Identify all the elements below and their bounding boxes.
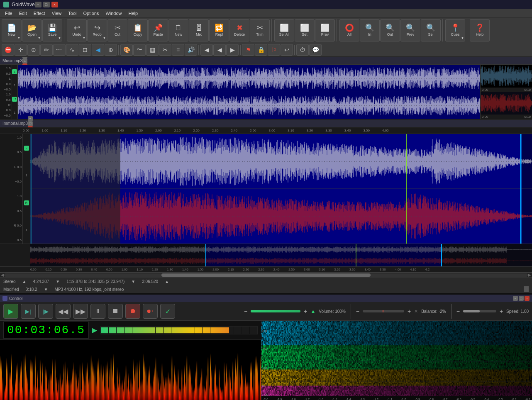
maximize-button[interactable]: □	[43, 2, 50, 7]
control-close-button[interactable]: ×	[525, 296, 530, 301]
menu-tool[interactable]: Tool	[65, 10, 80, 17]
select-tool-button[interactable]: ⊡	[79, 44, 91, 56]
menu-effect[interactable]: Effect	[30, 10, 49, 17]
help-button[interactable]: ❓ Help	[470, 19, 490, 41]
record-button[interactable]: ⏺	[125, 304, 140, 319]
spectrogram-button[interactable]: ▦	[146, 44, 159, 56]
fade-tool-button[interactable]: ◀	[92, 44, 104, 56]
flag-button[interactable]: ⚐	[268, 44, 280, 56]
mix-button[interactable]: 🎛 Mix	[189, 19, 209, 41]
confirm-button[interactable]: ✓	[160, 304, 175, 319]
smooth-tool-button[interactable]: 〰	[53, 44, 66, 56]
menu-window[interactable]: Window	[102, 10, 125, 17]
balance-track[interactable]	[363, 310, 404, 312]
bal-plus[interactable]: +	[408, 308, 411, 315]
vertical-scrollbar[interactable]	[524, 286, 529, 292]
undo-button[interactable]: ↩ Undo ▼	[67, 19, 87, 41]
save-button[interactable]: 💾 Save ▼	[42, 19, 62, 41]
paste-button[interactable]: 📌 Paste	[148, 19, 168, 41]
cut-freq-button[interactable]: ✂	[159, 44, 171, 56]
pencil-tool-button[interactable]: ✏	[40, 44, 53, 56]
open-button[interactable]: 📂 Open ▼	[22, 19, 42, 41]
menu-edit[interactable]: Edit	[16, 10, 30, 17]
overview-label-area	[0, 244, 30, 266]
wave-tool-button[interactable]: ∿	[66, 44, 78, 56]
control-minimize-button[interactable]: −	[513, 296, 518, 301]
control-maximize-button[interactable]: □	[519, 296, 524, 301]
menu-options[interactable]: Options	[80, 10, 102, 17]
undo2-button[interactable]: ↩	[281, 44, 293, 56]
music-waveform-canvas[interactable]	[18, 65, 480, 119]
zoom-all-button[interactable]: ⭕ All	[339, 19, 359, 41]
immortal-scrollbar[interactable]: ◀ ▶	[0, 272, 532, 277]
move-tool-button[interactable]: ✛	[15, 44, 27, 56]
speed-fill	[463, 310, 480, 312]
set-button[interactable]: ⬜ Set	[295, 19, 315, 41]
spd-minus[interactable]: −	[456, 308, 460, 315]
record-new-button[interactable]: ⏺+	[143, 304, 158, 319]
waveform-view-button[interactable]: 〜	[133, 44, 146, 56]
scroll-track[interactable]	[4, 273, 528, 277]
replace-button[interactable]: 🔁 Repl	[209, 19, 229, 41]
new-button[interactable]: 📄 New ▼	[2, 19, 22, 41]
menu-help[interactable]: Help	[125, 10, 142, 17]
copy-button[interactable]: 📋 Copy	[128, 19, 148, 41]
cues-button[interactable]: 📍 Cues ▼	[445, 19, 465, 41]
delete-button[interactable]: ✖ Delete	[229, 19, 249, 41]
left-channel-button[interactable]: L	[12, 69, 17, 74]
half-button[interactable]: ◀	[213, 44, 226, 56]
immortal-minimize-button[interactable]: −	[28, 116, 33, 121]
stop-effect-button[interactable]: ⛔	[2, 44, 14, 56]
play-from-start-button[interactable]: |▶	[38, 304, 53, 319]
lock-button[interactable]: 🔒	[255, 44, 267, 56]
zoom-prev-button[interactable]: 🔍 Prev	[400, 19, 420, 41]
immortal-maximize-button[interactable]: □	[28, 121, 33, 126]
music-maximize-button[interactable]: □	[22, 59, 27, 63]
minimize-button[interactable]: −	[35, 2, 41, 7]
scroll-thumb[interactable]	[161, 273, 371, 277]
cut-button[interactable]: ✂ Cut	[107, 19, 127, 41]
menu-file[interactable]: File	[2, 10, 16, 17]
eq-button[interactable]: ≡	[172, 44, 184, 56]
fast-forward-button[interactable]: ▶▶	[73, 304, 88, 319]
zoom-view-button[interactable]: ⊕	[105, 44, 117, 56]
scroll-right-button[interactable]: ▶	[528, 273, 531, 277]
pointer-tool-button[interactable]: ⊙	[27, 44, 40, 56]
bal-minus[interactable]: −	[356, 308, 359, 315]
new2-button[interactable]: 🗒 New	[168, 19, 188, 41]
speed-track[interactable]	[463, 310, 496, 312]
comment-button[interactable]: 💬	[309, 44, 322, 56]
pause-button[interactable]: ⏸	[90, 304, 105, 319]
prev-button[interactable]: ⬜ Prev	[315, 19, 335, 41]
stop-button[interactable]: ⏹	[108, 304, 123, 319]
right-channel-button[interactable]: R	[12, 97, 17, 102]
close-button[interactable]: ×	[51, 2, 58, 7]
sel-all-button[interactable]: ⬜ Sel All	[274, 19, 294, 41]
timer-button[interactable]: ⏱	[296, 44, 309, 56]
vol-handle[interactable]: ▲	[310, 308, 315, 314]
immortal-waveform-canvas[interactable]	[30, 134, 532, 244]
play-to-end-button[interactable]: ▶|	[21, 304, 36, 319]
spd-plus[interactable]: +	[500, 308, 503, 315]
play-button[interactable]: ▶	[3, 304, 18, 319]
zoom-out-button[interactable]: 🔍 Out	[380, 19, 400, 41]
immortal-left-channel-button[interactable]: L	[24, 146, 29, 151]
double-button[interactable]: ▶	[226, 44, 239, 56]
colorize-button[interactable]: 🎨	[120, 44, 133, 56]
vol-minus[interactable]: −	[244, 308, 247, 315]
rewind-button[interactable]: ◀◀	[56, 304, 71, 319]
volume-track[interactable]	[251, 310, 300, 312]
menu-view[interactable]: View	[49, 10, 65, 17]
mute-button[interactable]: ◀	[200, 44, 213, 56]
scroll-left-button[interactable]: ◀	[1, 273, 4, 277]
immortal-right-channel-button[interactable]: R	[24, 200, 29, 205]
overview-canvas[interactable]	[30, 244, 532, 266]
redo-button[interactable]: ↪ Redo ▼	[87, 19, 107, 41]
zoom-sel-button[interactable]: 🔍 Sel	[421, 19, 441, 41]
volume-view-button[interactable]: 🔊	[185, 44, 197, 56]
vol-plus[interactable]: +	[304, 308, 307, 315]
mark-button[interactable]: ⚑	[242, 44, 254, 56]
bal-x[interactable]: ✕	[414, 309, 418, 314]
zoom-in-button[interactable]: 🔍 In	[360, 19, 380, 41]
trim-button[interactable]: ✂ Trim	[250, 19, 270, 41]
